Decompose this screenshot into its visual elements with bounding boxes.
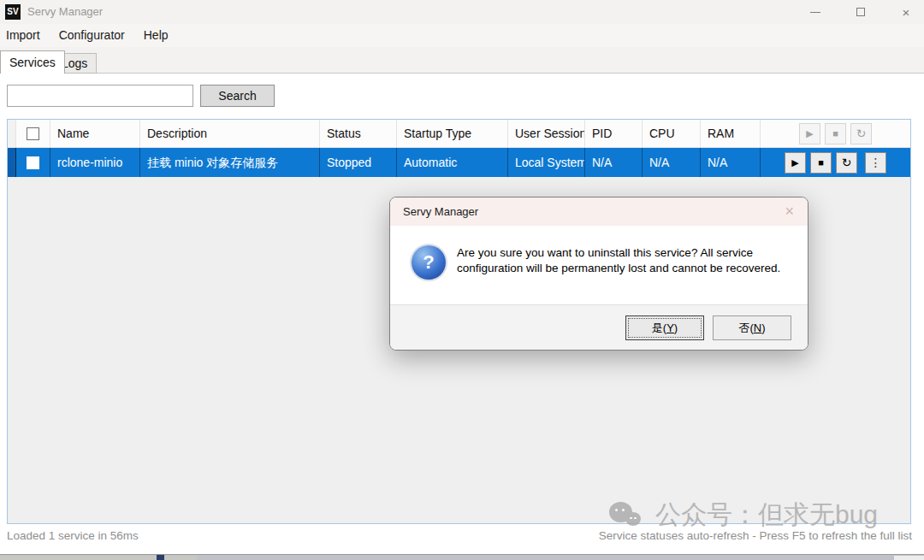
search-input[interactable] [7,85,193,107]
restart-service-button[interactable]: ↻ [836,152,857,174]
maximize-icon [856,8,865,16]
stop-icon: ■ [818,157,824,168]
header-actions-cell: ▶ ■ ↻ [761,120,910,147]
cell-ram: N/A [701,148,761,177]
servy-manager-window: SV Servy Manager × Import Configurator H… [0,0,924,560]
refresh-icon: ↻ [842,156,852,169]
row-actions-cell: ▶ ■ ↻ ⋮ [761,148,910,177]
cell-user-session: Local System [508,148,585,177]
cell-startup-type: Automatic [397,148,508,177]
cell-pid: N/A [585,148,643,177]
more-actions-button[interactable]: ⋮ [865,152,886,174]
column-header-cpu[interactable]: CPU [643,120,701,147]
column-header-user-session[interactable]: User Session [508,120,585,147]
minimize-button[interactable] [800,0,831,24]
column-header-pid[interactable]: PID [585,120,643,147]
cell-name: rclone-minio [50,148,140,177]
no-button-accesskey: N [754,321,761,334]
tab-strip: Services Logs [0,47,924,74]
column-header-status[interactable]: Status [320,120,397,147]
column-header-ram[interactable]: RAM [701,120,761,147]
no-button[interactable]: 否(N) [713,315,791,340]
title-bar: SV Servy Manager × [0,0,924,24]
menu-bar: Import Configurator Help [0,24,924,47]
yes-button[interactable]: 是(Y) [625,315,704,340]
app-icon: SV [5,4,21,20]
column-header-startup-type[interactable]: Startup Type [397,120,508,147]
dialog-message: Are you sure you want to uninstall this … [457,245,791,275]
row-checkbox[interactable] [27,156,39,169]
row-select-cell [16,148,50,177]
more-icon: ⋮ [870,156,882,169]
stop-all-button: ■ [825,123,846,144]
menu-item-help[interactable]: Help [134,24,178,47]
play-icon: ▶ [791,157,798,168]
taskbar-segment [0,556,197,560]
window-title: Servy Manager [27,0,103,24]
minimize-icon [810,12,820,13]
dialog-title: Servy Manager [403,197,478,226]
search-button[interactable]: Search [200,85,275,107]
restart-all-button: ↻ [850,123,872,144]
focus-rectangle [628,318,702,338]
stop-service-button[interactable]: ■ [810,152,832,174]
column-header-description[interactable]: Description [140,120,320,147]
dialog-body: ? Are you sure you want to uninstall thi… [390,226,808,306]
dialog-close-button[interactable]: × [781,197,797,226]
service-row-rclone-minio[interactable]: rclone-minio 挂载 minio 对象存储服务 Stopped Aut… [8,148,910,177]
dialog-footer: 是(Y) 否(N) [390,304,808,350]
menu-item-configurator[interactable]: Configurator [50,24,134,47]
header-rowhead-cell [8,120,16,147]
close-icon: × [903,5,910,20]
tab-services[interactable]: Services [0,50,65,74]
refresh-icon: ↻ [856,127,867,140]
select-all-checkbox[interactable] [27,127,39,140]
taskbar-sliver [0,554,924,560]
no-button-label-suffix: ) [761,321,765,334]
taskbar-notch [157,555,164,560]
no-button-label: 否( [738,321,753,334]
play-icon: ▶ [806,128,813,139]
start-all-button: ▶ [799,123,820,144]
start-service-button[interactable]: ▶ [785,152,806,174]
cell-cpu: N/A [643,148,701,177]
dialog-close-icon: × [785,203,794,220]
uninstall-confirm-dialog: Servy Manager × ? Are you sure you want … [389,197,808,351]
status-loaded-text: Loaded 1 service in 56ms [7,529,139,542]
dialog-title-bar: Servy Manager × [390,197,808,226]
taskbar-segment-right [894,556,924,560]
status-refresh-hint: Service statuses auto-refresh - Press F5… [599,529,912,542]
menu-item-import[interactable]: Import [0,24,50,47]
cell-status: Stopped [320,148,397,177]
maximize-button[interactable] [845,0,876,24]
header-select-all-cell [16,120,50,147]
question-icon: ? [412,245,446,280]
grid-header-row: Name Description Status Startup Type Use… [8,120,910,148]
close-button[interactable]: × [891,0,921,24]
cell-description: 挂载 minio 对象存储服务 [140,148,320,177]
column-header-name[interactable]: Name [50,120,140,147]
row-selection-indicator [8,148,16,177]
stop-icon: ■ [832,128,838,139]
